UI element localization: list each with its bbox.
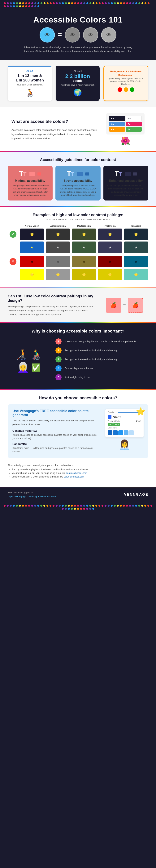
color-combo-1: Aa: [109, 116, 125, 121]
tt-demo-strong: TT: [59, 169, 97, 178]
checkmark-1: ✓: [9, 231, 17, 238]
low-contrast-section: Can I still use low color contrast pairi…: [0, 288, 156, 322]
bad-combo-1-1: ★: [20, 256, 44, 267]
enhanced-desc: Color pairings with contrast ratios of 7…: [107, 184, 145, 197]
footer-url[interactable]: https://venngage.com/blog/accessible-col…: [8, 495, 57, 498]
bad-combo-2-4: ⭐: [98, 269, 122, 280]
eye-circle-gray1: 👁: [65, 27, 80, 42]
examples-section: Examples of high and low color contrast …: [0, 207, 156, 287]
swatch-3: [118, 430, 123, 435]
guideline-enhanced: TT Enhanced accessibility Color pairings…: [103, 166, 148, 200]
color-blindness-link[interactable]: color-blindness.com: [64, 475, 84, 478]
swatch-4: [124, 430, 128, 435]
opacity-label: Opacity: [108, 411, 116, 413]
bad-combo-2-2: ⭐: [46, 269, 70, 280]
generator-header: Use Venngage's FREE accessible color pal…: [12, 409, 144, 453]
good-combo-2-4: ★: [98, 242, 122, 253]
swatch-2: [113, 430, 118, 435]
method-hex-title: Generate from HEX: [12, 429, 102, 432]
stat1-fraction2: 1 in 200 women: [11, 78, 48, 83]
strong-desc: Color pairings with a contrast ratio of …: [59, 184, 97, 197]
tt-demo-minimal: TT: [11, 169, 49, 178]
why-num-3: 3: [55, 356, 61, 363]
stat3-subtitle: Deuteranomaly: [108, 74, 144, 76]
bad-combo-2-3: ⭐: [72, 269, 96, 280]
stat1-label: have color vision deficiency.: [11, 83, 48, 86]
why-text-4: Ensures legal compliance.: [64, 365, 94, 370]
check-indicator-1: ✓: [8, 231, 18, 238]
person-3: 👩‍🦳: [17, 362, 29, 373]
good-combo-1-4: ⭐: [98, 228, 122, 240]
people-illustrations: 🧑‍🦯 👨‍🦽 👩‍🦳 ✅: [15, 348, 42, 373]
header-section: Accessible Colors 101 👁 = 👁 👁 👁 A key fe…: [0, 9, 156, 60]
enhanced-title: Enhanced accessibility: [107, 179, 145, 183]
bad-combo-2-1: ⭐: [20, 269, 44, 280]
infographic: // Will be rendered via JS below Accessi…: [0, 0, 156, 513]
traffic-red: [118, 87, 122, 92]
person-2: 👨‍🦽: [30, 348, 42, 360]
good-combo-1-2: ⭐: [46, 228, 70, 240]
swatch-1: [108, 430, 112, 435]
footer-logo: VENNGAGE: [124, 493, 148, 497]
contrast-checker-link[interactable]: contrastchecker.com: [66, 472, 87, 474]
traffic-light: [108, 87, 144, 92]
why-item-3: 3 Recognizes the need for inclusivity an…: [55, 356, 148, 363]
stat3-desc: (the inability to distinguish reds from …: [108, 77, 144, 86]
bad-combo-1-3: ★: [72, 256, 96, 267]
good-combo-2-1: ★: [20, 242, 44, 253]
top-dot-pattern: // Will be rendered via JS below: [0, 0, 156, 9]
stat2-number: 2.2 billion: [59, 73, 96, 80]
good-combo-2-3: ★: [72, 242, 96, 253]
person-illustration: 👩‍💼: [105, 439, 144, 450]
alternatives-list: Start by considering high-contrast color…: [8, 468, 148, 478]
stat-card-men: About 1 in 12 men & 1 in 200 women have …: [8, 66, 52, 101]
accessible-colors-title: What are accessible colors?: [11, 118, 101, 125]
col-deuter: Deuteranopia: [72, 225, 96, 227]
accessible-colors-desc: Accessible colors are color combinations…: [11, 128, 101, 141]
stat1-about: About: [11, 70, 48, 72]
alt-item-3: Double-check with a Color Blindness Simu…: [11, 475, 148, 478]
checkmarks-icon: ✅: [31, 363, 41, 373]
low-contrast-demo: 🍎 = 🍎: [101, 298, 148, 313]
hex-value: #2d67f8: [112, 416, 121, 418]
col-empty: [8, 225, 18, 227]
stat2-people: people: [59, 79, 96, 83]
stat2-icon: 🌍: [59, 89, 96, 96]
contrast-table-header: Normal Vision Achromatopsia Deuteranopia…: [8, 225, 148, 227]
bad-row-2: ⭐ ⭐ ⭐ ⭐ ⭐: [8, 269, 148, 280]
accessible-colors-text: What are accessible colors? Accessible c…: [11, 118, 101, 141]
header-description: A key feature of accessible design, acce…: [21, 45, 135, 54]
people-row1: 🧑‍🦯 👨‍🦽: [15, 348, 42, 360]
x-indicator-1: ✕: [8, 258, 18, 265]
guideline-strong: TT Strong accessibility Color pairings w…: [55, 166, 100, 200]
alternatives-title: Alternatively, you can manually test you…: [8, 464, 148, 467]
generator-left: Use Venngage's FREE accessible color pal…: [12, 409, 102, 453]
col-achrom: Achromatopsia: [46, 225, 70, 227]
accessible-colors-content: What are accessible colors? Accessible c…: [11, 113, 145, 145]
palette-generator: Use Venngage's FREE accessible color pal…: [8, 404, 148, 458]
minimal-title: Minimal accessibility: [11, 179, 49, 183]
why-item-4: 4 Ensures legal compliance.: [55, 365, 148, 371]
good-combo-1-1: ⭐: [20, 228, 44, 240]
examples-subtitle: Common accessible color combos vs. color…: [8, 218, 148, 221]
low-contrast-desc: These pairings can present an accessibil…: [8, 305, 95, 316]
aa-badge: AA: [108, 423, 112, 426]
why-section: Why is choosing accessible colors import…: [0, 323, 156, 389]
how-section: How do you choose accessible colors? Use…: [0, 390, 156, 487]
alt-item-2: Mix, match and test out your pairings us…: [11, 472, 148, 474]
demo-box-1: 🍎: [106, 298, 121, 313]
stat1-fraction: 1 in 12 men &: [11, 73, 48, 78]
good-combo-1-3: ⭐: [72, 228, 96, 240]
good-row-1: ✓ ⭐ ⭐ ⭐ ⭐ ⭐: [8, 228, 148, 240]
why-item-2: 2 Recognizes the need for inclusivity an…: [55, 347, 148, 353]
method-random-title: Randomize: [12, 442, 102, 445]
good-combo-1-5: ⭐: [124, 228, 148, 240]
bad-combo-1-5: ★: [124, 256, 148, 267]
guidelines-cards: TT Minimal accessibility Color pairings …: [8, 166, 148, 200]
why-num-5: 5: [55, 374, 61, 380]
method-hex: Generate from HEX Input a HEX code to di…: [12, 429, 102, 440]
guideline-minimal: TT Minimal accessibility Color pairings …: [8, 166, 53, 200]
flower-decor: 🌺: [106, 136, 145, 145]
low-contrast-title: Can I still use low color contrast pairi…: [8, 294, 95, 303]
low-contrast-text: Can I still use low color contrast pairi…: [8, 294, 95, 316]
